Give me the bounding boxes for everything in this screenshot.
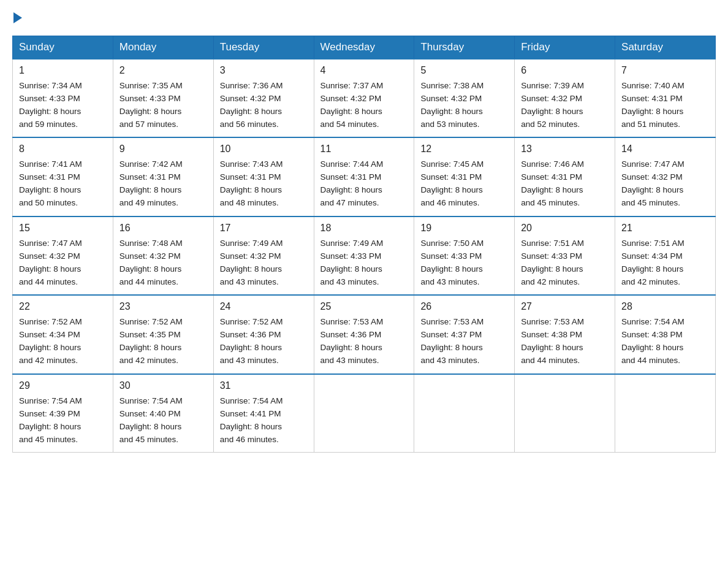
- day-number: 11: [320, 142, 408, 157]
- day-number: 6: [521, 63, 609, 79]
- logo: [12, 12, 23, 23]
- day-info: Sunrise: 7:38 AMSunset: 4:32 PMDaylight:…: [420, 81, 483, 129]
- calendar-cell: 4Sunrise: 7:37 AMSunset: 4:32 PMDaylight…: [314, 59, 414, 137]
- day-number: 16: [119, 221, 207, 236]
- day-info: Sunrise: 7:54 AMSunset: 4:40 PMDaylight:…: [119, 396, 183, 444]
- day-info: Sunrise: 7:46 AMSunset: 4:31 PMDaylight:…: [521, 159, 584, 207]
- calendar-cell: 5Sunrise: 7:38 AMSunset: 4:32 PMDaylight…: [414, 59, 515, 137]
- day-number: 22: [19, 299, 107, 315]
- day-info: Sunrise: 7:51 AMSunset: 4:34 PMDaylight:…: [621, 239, 684, 286]
- page-header: [12, 12, 716, 23]
- calendar-cell: 11Sunrise: 7:44 AMSunset: 4:31 PMDayligh…: [314, 137, 414, 216]
- day-info: Sunrise: 7:52 AMSunset: 4:36 PMDaylight:…: [220, 317, 283, 365]
- day-info: Sunrise: 7:49 AMSunset: 4:32 PMDaylight:…: [220, 239, 283, 286]
- day-number: 27: [521, 299, 609, 315]
- calendar-cell: 19Sunrise: 7:50 AMSunset: 4:33 PMDayligh…: [414, 216, 515, 295]
- calendar-cell: 28Sunrise: 7:54 AMSunset: 4:38 PMDayligh…: [615, 295, 716, 373]
- day-number: 17: [220, 221, 308, 236]
- day-info: Sunrise: 7:48 AMSunset: 4:32 PMDaylight:…: [119, 239, 183, 286]
- calendar-cell: 15Sunrise: 7:47 AMSunset: 4:32 PMDayligh…: [13, 216, 113, 295]
- day-info: Sunrise: 7:53 AMSunset: 4:36 PMDaylight:…: [320, 317, 384, 365]
- day-info: Sunrise: 7:41 AMSunset: 4:31 PMDaylight:…: [19, 159, 82, 207]
- day-number: 1: [19, 63, 107, 79]
- day-number: 13: [521, 142, 609, 157]
- day-number: 24: [220, 299, 308, 315]
- calendar-cell: 8Sunrise: 7:41 AMSunset: 4:31 PMDaylight…: [13, 137, 113, 216]
- day-info: Sunrise: 7:44 AMSunset: 4:31 PMDaylight:…: [320, 159, 384, 207]
- day-info: Sunrise: 7:50 AMSunset: 4:33 PMDaylight:…: [420, 239, 483, 286]
- day-number: 26: [420, 299, 508, 315]
- calendar-cell: 6Sunrise: 7:39 AMSunset: 4:32 PMDaylight…: [515, 59, 615, 137]
- day-number: 20: [521, 221, 609, 236]
- day-number: 8: [19, 142, 107, 157]
- day-info: Sunrise: 7:37 AMSunset: 4:32 PMDaylight:…: [320, 81, 384, 129]
- calendar-cell: 17Sunrise: 7:49 AMSunset: 4:32 PMDayligh…: [213, 216, 314, 295]
- logo-arrow-icon: [13, 12, 22, 23]
- day-number: 9: [119, 142, 207, 157]
- calendar-cell: [515, 374, 615, 453]
- calendar-cell: 18Sunrise: 7:49 AMSunset: 4:33 PMDayligh…: [314, 216, 414, 295]
- calendar-cell: 16Sunrise: 7:48 AMSunset: 4:32 PMDayligh…: [113, 216, 213, 295]
- calendar-table: SundayMondayTuesdayWednesdayThursdayFrid…: [12, 36, 716, 453]
- day-info: Sunrise: 7:35 AMSunset: 4:33 PMDaylight:…: [119, 81, 183, 129]
- day-number: 23: [119, 299, 207, 315]
- day-info: Sunrise: 7:54 AMSunset: 4:38 PMDaylight:…: [621, 317, 684, 365]
- day-number: 28: [621, 299, 709, 315]
- calendar-cell: 24Sunrise: 7:52 AMSunset: 4:36 PMDayligh…: [213, 295, 314, 373]
- col-header-wednesday: Wednesday: [314, 36, 414, 59]
- day-number: 18: [320, 221, 408, 236]
- calendar-cell: 13Sunrise: 7:46 AMSunset: 4:31 PMDayligh…: [515, 137, 615, 216]
- calendar-cell: 21Sunrise: 7:51 AMSunset: 4:34 PMDayligh…: [615, 216, 716, 295]
- day-info: Sunrise: 7:47 AMSunset: 4:32 PMDaylight:…: [621, 159, 684, 207]
- day-info: Sunrise: 7:51 AMSunset: 4:33 PMDaylight:…: [521, 239, 584, 286]
- day-info: Sunrise: 7:40 AMSunset: 4:31 PMDaylight:…: [621, 81, 684, 129]
- day-info: Sunrise: 7:36 AMSunset: 4:32 PMDaylight:…: [220, 81, 283, 129]
- calendar-cell: [314, 374, 414, 453]
- day-number: 4: [320, 63, 408, 79]
- day-number: 14: [621, 142, 709, 157]
- col-header-saturday: Saturday: [615, 36, 716, 59]
- calendar-cell: 2Sunrise: 7:35 AMSunset: 4:33 PMDaylight…: [113, 59, 213, 137]
- day-info: Sunrise: 7:49 AMSunset: 4:33 PMDaylight:…: [320, 239, 384, 286]
- day-number: 5: [420, 63, 508, 79]
- day-number: 21: [621, 221, 709, 236]
- day-number: 19: [420, 221, 508, 236]
- day-number: 7: [621, 63, 709, 79]
- day-info: Sunrise: 7:52 AMSunset: 4:35 PMDaylight:…: [119, 317, 183, 365]
- col-header-sunday: Sunday: [13, 36, 113, 59]
- calendar-cell: 23Sunrise: 7:52 AMSunset: 4:35 PMDayligh…: [113, 295, 213, 373]
- day-number: 25: [320, 299, 408, 315]
- col-header-thursday: Thursday: [414, 36, 515, 59]
- col-header-monday: Monday: [113, 36, 213, 59]
- calendar-cell: 27Sunrise: 7:53 AMSunset: 4:38 PMDayligh…: [515, 295, 615, 373]
- calendar-cell: [615, 374, 716, 453]
- day-info: Sunrise: 7:45 AMSunset: 4:31 PMDaylight:…: [420, 159, 483, 207]
- calendar-cell: 9Sunrise: 7:42 AMSunset: 4:31 PMDaylight…: [113, 137, 213, 216]
- day-number: 30: [119, 378, 207, 394]
- day-number: 2: [119, 63, 207, 79]
- calendar-cell: 29Sunrise: 7:54 AMSunset: 4:39 PMDayligh…: [13, 374, 113, 453]
- calendar-cell: 26Sunrise: 7:53 AMSunset: 4:37 PMDayligh…: [414, 295, 515, 373]
- day-info: Sunrise: 7:47 AMSunset: 4:32 PMDaylight:…: [19, 239, 82, 286]
- col-header-friday: Friday: [515, 36, 615, 59]
- day-info: Sunrise: 7:53 AMSunset: 4:38 PMDaylight:…: [521, 317, 584, 365]
- day-number: 10: [220, 142, 308, 157]
- day-number: 31: [220, 378, 308, 394]
- week-row-5: 29Sunrise: 7:54 AMSunset: 4:39 PMDayligh…: [13, 374, 716, 453]
- day-number: 15: [19, 221, 107, 236]
- calendar-cell: 3Sunrise: 7:36 AMSunset: 4:32 PMDaylight…: [213, 59, 314, 137]
- day-info: Sunrise: 7:39 AMSunset: 4:32 PMDaylight:…: [521, 81, 584, 129]
- day-info: Sunrise: 7:52 AMSunset: 4:34 PMDaylight:…: [19, 317, 82, 365]
- week-row-1: 1Sunrise: 7:34 AMSunset: 4:33 PMDaylight…: [13, 59, 716, 137]
- calendar-cell: 1Sunrise: 7:34 AMSunset: 4:33 PMDaylight…: [13, 59, 113, 137]
- day-number: 29: [19, 378, 107, 394]
- calendar-cell: 31Sunrise: 7:54 AMSunset: 4:41 PMDayligh…: [213, 374, 314, 453]
- day-info: Sunrise: 7:54 AMSunset: 4:41 PMDaylight:…: [220, 396, 283, 444]
- week-row-3: 15Sunrise: 7:47 AMSunset: 4:32 PMDayligh…: [13, 216, 716, 295]
- calendar-cell: 14Sunrise: 7:47 AMSunset: 4:32 PMDayligh…: [615, 137, 716, 216]
- week-row-4: 22Sunrise: 7:52 AMSunset: 4:34 PMDayligh…: [13, 295, 716, 373]
- header-row: SundayMondayTuesdayWednesdayThursdayFrid…: [13, 36, 716, 59]
- day-info: Sunrise: 7:42 AMSunset: 4:31 PMDaylight:…: [119, 159, 183, 207]
- calendar-cell: 22Sunrise: 7:52 AMSunset: 4:34 PMDayligh…: [13, 295, 113, 373]
- calendar-cell: [414, 374, 515, 453]
